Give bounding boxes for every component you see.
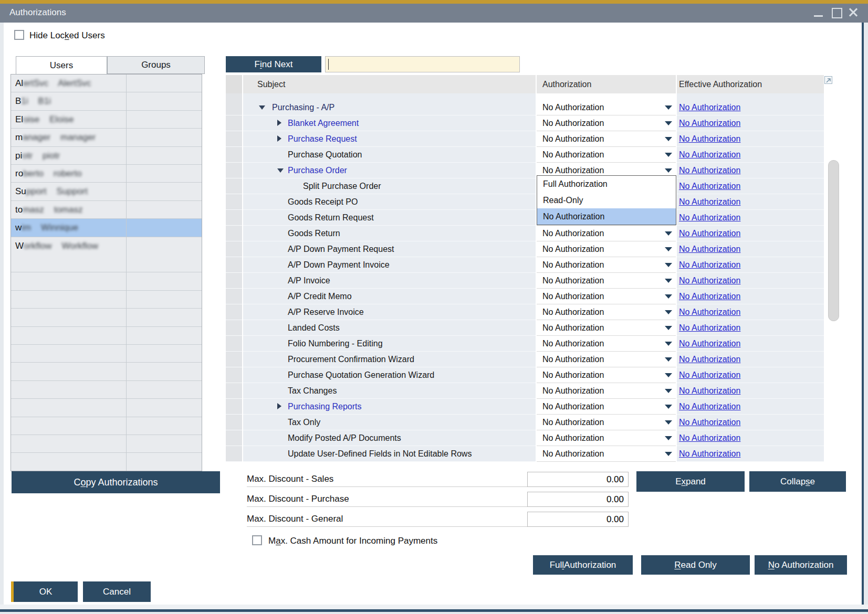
row-header-cell[interactable] (226, 320, 242, 336)
authorization-cell[interactable]: No Authorization (537, 320, 676, 336)
effective-authorization-link[interactable]: No Authorization (679, 182, 740, 190)
tree-collapsed-icon[interactable] (277, 403, 281, 409)
discount-input[interactable] (527, 472, 629, 487)
user-list-item[interactable]: tomasz tomasz (11, 201, 202, 219)
row-header-cell[interactable] (226, 352, 242, 367)
minimize-icon[interactable] (811, 4, 827, 23)
subject-cell[interactable]: Purchasing Reports (243, 399, 536, 415)
tree-collapsed-icon[interactable] (277, 135, 281, 142)
cancel-button[interactable]: Cancel (83, 581, 151, 602)
user-list-empty-row[interactable] (11, 453, 202, 471)
max-cash-checkbox[interactable] (252, 535, 262, 545)
effective-authorization-link[interactable]: No Authorization (679, 449, 740, 458)
row-header-cell[interactable] (226, 163, 242, 178)
authorization-cell[interactable]: No Authorization (537, 289, 676, 304)
subject-cell[interactable]: Tax Changes (243, 383, 536, 399)
row-header-cell[interactable] (226, 415, 242, 430)
effective-authorization-link[interactable]: No Authorization (679, 370, 740, 379)
user-list-empty-row[interactable] (11, 417, 202, 435)
discount-input[interactable] (527, 512, 629, 527)
row-header-cell[interactable] (226, 273, 242, 289)
discount-input[interactable] (527, 492, 629, 507)
effective-authorization-link[interactable]: No Authorization (679, 308, 740, 316)
subject-cell[interactable]: Landed Costs (243, 320, 536, 336)
subject-cell[interactable]: Purchase Quotation Generation Wizard (243, 367, 536, 383)
row-header-cell[interactable] (226, 383, 242, 399)
dropdown-arrow-icon[interactable] (665, 247, 672, 251)
row-header-cell[interactable] (226, 226, 242, 241)
subject-cell[interactable]: Goods Return (243, 226, 536, 241)
user-list-item[interactable]: wim Winnique (11, 219, 202, 237)
effective-authorization-link[interactable]: No Authorization (679, 166, 740, 175)
dropdown-arrow-icon[interactable] (665, 389, 672, 393)
ok-button[interactable]: OK (11, 581, 78, 602)
row-header-cell[interactable] (226, 131, 242, 147)
user-list-item[interactable]: B1i B1i (11, 92, 202, 110)
tree-collapsed-icon[interactable] (277, 120, 281, 126)
effective-authorization-link[interactable]: No Authorization (679, 150, 740, 159)
tree-expanded-icon[interactable] (277, 168, 284, 173)
subject-cell[interactable]: A/P Down Payment Invoice (243, 257, 536, 273)
subject-cell[interactable]: Purchase Order (243, 163, 536, 178)
effective-authorization-link[interactable]: No Authorization (679, 292, 740, 301)
subject-cell[interactable]: Purchase Request (243, 131, 536, 147)
tree-expanded-icon[interactable] (259, 105, 265, 110)
no-authorization-button[interactable]: No Authorization (755, 555, 847, 575)
row-header-cell[interactable] (226, 241, 242, 257)
full-authorization-button[interactable]: Full Authorization (533, 555, 633, 575)
row-header-cell[interactable] (226, 115, 242, 131)
dropdown-arrow-icon[interactable] (665, 168, 672, 173)
subject-cell[interactable]: Folio Numbering - Editing (243, 336, 536, 352)
user-list-empty-row[interactable] (11, 255, 202, 272)
subject-cell[interactable]: Purchase Quotation (243, 147, 536, 163)
column-header-subject[interactable]: Subject (243, 75, 536, 93)
vertical-scrollbar-thumb[interactable] (828, 160, 839, 321)
dropdown-option-selected[interactable]: No Authorization (537, 208, 676, 225)
effective-authorization-link[interactable]: No Authorization (679, 119, 740, 128)
user-list-item[interactable]: piotr piotr (11, 147, 202, 165)
read-only-button[interactable]: Read Only (641, 555, 750, 575)
effective-authorization-link[interactable]: No Authorization (679, 339, 740, 348)
dropdown-arrow-icon[interactable] (665, 326, 672, 330)
user-list-empty-row[interactable] (11, 327, 202, 345)
user-list-item[interactable]: Eloise Eloise (11, 111, 202, 129)
authorization-cell[interactable]: No Authorization (537, 415, 676, 430)
dropdown-arrow-icon[interactable] (665, 310, 672, 314)
dropdown-arrow-icon[interactable] (665, 137, 672, 141)
tab-users[interactable]: Users (16, 56, 107, 74)
dropdown-arrow-icon[interactable] (665, 405, 672, 409)
effective-authorization-link[interactable]: No Authorization (679, 245, 740, 253)
authorization-cell[interactable]: No Authorization (537, 430, 676, 446)
subject-cell[interactable]: Procurement Confirmation Wizard (243, 352, 536, 367)
user-list-item[interactable]: Workflow Workflow (11, 237, 202, 255)
column-header-authorization[interactable]: Authorization (537, 75, 676, 93)
effective-authorization-link[interactable]: No Authorization (679, 103, 740, 112)
effective-authorization-link[interactable]: No Authorization (679, 134, 740, 143)
dropdown-arrow-icon[interactable] (665, 420, 672, 425)
dropdown-arrow-icon[interactable] (665, 121, 672, 125)
authorization-cell[interactable]: No Authorization (537, 336, 676, 352)
authorization-cell[interactable]: No Authorization (537, 273, 676, 289)
authorization-cell[interactable]: No Authorization (537, 383, 676, 399)
row-header-cell[interactable] (226, 430, 242, 446)
subject-cell[interactable]: A/P Credit Memo (243, 289, 536, 304)
dropdown-arrow-icon[interactable] (665, 373, 672, 377)
row-header-cell[interactable] (226, 289, 242, 304)
user-list-empty-row[interactable] (11, 309, 202, 326)
subject-cell[interactable]: Modify Posted A/P Documents (243, 430, 536, 446)
user-list-empty-row[interactable] (11, 272, 202, 290)
authorization-cell[interactable]: No Authorization (537, 115, 676, 131)
find-next-button[interactable]: Find Next (226, 56, 321, 72)
effective-authorization-link[interactable]: No Authorization (679, 386, 740, 395)
effective-authorization-link[interactable]: No Authorization (679, 213, 740, 222)
authorization-cell[interactable]: No Authorization (537, 257, 676, 273)
tab-groups[interactable]: Groups (107, 56, 205, 74)
user-list-empty-row[interactable] (11, 345, 202, 363)
authorization-cell[interactable]: No Authorization (537, 131, 676, 147)
user-list-item[interactable]: manager manager (11, 129, 202, 146)
subject-cell[interactable]: Goods Receipt PO (243, 194, 536, 210)
dropdown-arrow-icon[interactable] (665, 105, 672, 110)
dropdown-arrow-icon[interactable] (665, 357, 672, 362)
effective-authorization-link[interactable]: No Authorization (679, 323, 740, 332)
row-header-cell[interactable] (226, 210, 242, 226)
